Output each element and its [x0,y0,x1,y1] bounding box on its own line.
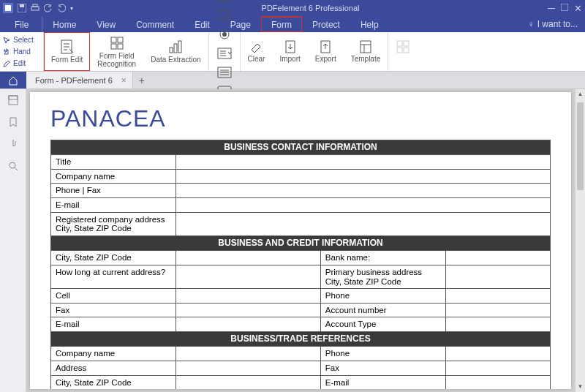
menu-comment[interactable]: Comment [126,16,184,32]
cell-label: Address [51,361,176,375]
data-extraction-button[interactable]: Data Extraction [143,32,208,71]
cell-value[interactable] [445,265,550,288]
home-tab[interactable] [0,72,26,88]
svg-rect-32 [9,96,18,99]
cell-label: How long at current address? [51,265,176,288]
cell-label: Primary business address City, State ZIP… [320,265,445,288]
cell-value[interactable] [176,317,320,332]
cell-value[interactable] [445,251,550,265]
import-icon [283,39,298,54]
cell-value[interactable] [445,303,550,317]
document-tab[interactable]: Form - PDFelement 6 × [26,72,133,88]
cell-value[interactable] [176,169,550,184]
scroll-down-icon[interactable]: ▼ [575,382,585,392]
cell-label: Bank name: [320,251,445,265]
bulb-icon: ♀ [528,19,535,29]
clear-label: Clear [248,56,265,64]
cell-label: Fax [51,303,176,317]
svg-rect-6 [561,4,568,11]
form-edit-button[interactable]: Form Edit [44,32,90,71]
cell-value[interactable] [176,251,320,265]
template-label: Template [351,56,381,64]
svg-rect-10 [111,44,116,49]
export-icon [318,39,333,54]
minimize-button[interactable]: ─ [548,2,555,14]
cell-value[interactable] [176,347,320,361]
form-edit-label: Form Edit [51,56,83,64]
export-label: Export [315,56,336,64]
form-edit-icon [59,39,75,55]
cell-value[interactable] [176,212,550,235]
scroll-thumb[interactable] [577,102,584,190]
menu-edit[interactable]: Edit [184,16,220,32]
menu-help[interactable]: Help [350,16,389,32]
clear-button[interactable]: Clear [241,32,273,71]
hand-tool[interactable]: Hand [3,46,40,58]
cell-value[interactable] [176,265,320,288]
form-table: BUSINESS CONTACT INFORMATION Title Compa… [50,140,551,389]
close-tab-icon[interactable]: × [121,75,127,86]
cell-value[interactable] [176,303,320,317]
options-button[interactable] [388,32,418,71]
thumbnails-icon[interactable] [8,95,18,107]
titlebar: ▾ PDFelement 6 Professional ─ ✕ [0,0,585,16]
cell-value[interactable] [176,289,320,304]
add-tab-button[interactable]: + [133,75,151,86]
app-logo-icon [3,3,13,13]
text-field-tool[interactable]: T| [216,0,233,2]
svg-rect-29 [397,48,402,53]
i-want-to[interactable]: ♀ I want to... [528,16,585,32]
menu-view[interactable]: View [86,16,126,32]
vertical-scrollbar[interactable]: ▲ ▼ [575,89,585,392]
maximize-button[interactable] [561,4,568,12]
svg-rect-9 [118,37,123,42]
cell-value[interactable] [445,317,550,332]
cell-value[interactable] [445,347,550,361]
cell-value[interactable] [445,375,550,389]
svg-rect-27 [397,41,402,46]
listbox-tool[interactable] [216,67,233,78]
cell-value[interactable] [176,198,550,213]
document-viewport[interactable]: PANACEA BUSINESS CONTACT INFORMATION Tit… [26,89,585,392]
combobox-tool[interactable] [216,48,233,59]
undo-icon[interactable] [44,4,53,12]
save-icon[interactable] [18,4,26,12]
svg-rect-5 [33,4,37,7]
scroll-up-icon[interactable]: ▲ [575,89,585,99]
section-header: BUSINESS/TRADE REFERENCES [51,332,551,347]
menu-protect[interactable]: Protect [302,16,350,32]
import-button[interactable]: Import [272,32,307,71]
export-button[interactable]: Export [308,32,344,71]
eraser-icon [249,39,263,54]
radio-tool[interactable] [216,29,233,40]
attachments-icon[interactable] [9,139,18,151]
cell-label: E-mail [51,198,176,213]
cell-value[interactable] [176,155,550,170]
cell-label: Phone | Fax [51,184,176,198]
bookmarks-icon[interactable] [9,117,18,129]
edit-tool[interactable]: Edit [3,58,40,69]
select-tool[interactable]: Select [3,34,40,46]
menu-home[interactable]: Home [42,16,86,32]
options-label [402,56,404,64]
template-button[interactable]: Template [344,32,389,71]
cell-value[interactable] [445,361,550,375]
cell-value[interactable] [176,184,550,198]
menu-file[interactable]: File [1,16,42,32]
redo-icon[interactable] [57,4,66,12]
cell-value[interactable] [445,289,550,304]
form-field-recognition-button[interactable]: Form Field Recognition [90,32,143,71]
cell-value[interactable] [176,361,320,375]
cell-value[interactable] [176,375,320,389]
cell-label: Fax [320,361,445,375]
close-button[interactable]: ✕ [574,3,582,14]
svg-rect-3 [20,4,24,7]
menu-form[interactable]: Form [261,16,302,32]
search-icon[interactable] [8,161,18,173]
print-icon[interactable] [31,4,39,12]
checkbox-tool[interactable] [216,10,233,21]
edit-label: Edit [13,59,26,67]
section-header: BUSINESS CONTACT INFORMATION [51,140,551,155]
section-header: BUSINESS AND CREDIT INFORMATION [51,236,551,251]
svg-rect-12 [170,48,173,53]
